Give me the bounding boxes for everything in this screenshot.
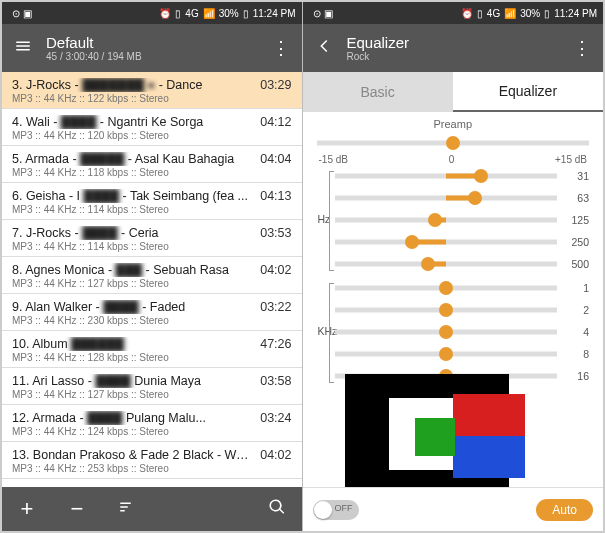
track-row[interactable]: 6. Geisha - I ████ - Tak Seimbang (fea .… bbox=[2, 183, 302, 220]
band-label: 4 bbox=[563, 326, 589, 338]
band-label: 125 bbox=[563, 214, 589, 226]
track-row[interactable]: 8. Agnes Monica - ███ - Sebuah Rasa04:02… bbox=[2, 257, 302, 294]
network-icon: 4G bbox=[487, 8, 500, 19]
battery-icon: ▯ bbox=[544, 8, 550, 19]
status-bar: ⊙ ▣ ⏰ ▯ 4G 📶 30% ▯ 11:24 PM bbox=[303, 2, 604, 24]
battery-text: 30% bbox=[219, 8, 239, 19]
khz-bracket bbox=[329, 283, 334, 383]
band-label: 500 bbox=[563, 258, 589, 270]
track-row[interactable]: 10. Album ██████47:26MP3 :: 44 KHz :: 12… bbox=[2, 331, 302, 368]
preamp-slider[interactable] bbox=[317, 132, 590, 154]
sim-icon: ▯ bbox=[477, 8, 483, 19]
eq-band[interactable]: 125 bbox=[335, 209, 590, 231]
eq-band[interactable]: 1 bbox=[335, 277, 590, 299]
sim-icon: ▯ bbox=[175, 8, 181, 19]
whatsapp-icon: ⊙ bbox=[313, 8, 321, 19]
eq-toolbar: OFF Auto bbox=[303, 487, 604, 531]
alarm-icon: ⏰ bbox=[159, 8, 171, 19]
tab-equalizer[interactable]: Equalizer bbox=[453, 72, 603, 112]
network-icon: 4G bbox=[185, 8, 198, 19]
scale-max: +15 dB bbox=[555, 154, 587, 165]
preamp-label: Preamp bbox=[317, 118, 590, 130]
clock-text: 11:24 PM bbox=[554, 8, 597, 19]
track-row[interactable]: 13. Bondan Prakoso & Fade 2 Black - Wakt… bbox=[2, 442, 302, 479]
track-row[interactable]: 9. Alan Walker - ████ - Faded03:22MP3 ::… bbox=[2, 294, 302, 331]
eq-band[interactable]: 31 bbox=[335, 165, 590, 187]
remove-button[interactable]: − bbox=[52, 496, 102, 522]
eq-band[interactable]: 2 bbox=[335, 299, 590, 321]
equalizer-header: Equalizer Rock ⋮ bbox=[303, 24, 604, 72]
whatsapp-icon: ⊙ bbox=[12, 8, 20, 19]
clock-text: 11:24 PM bbox=[253, 8, 296, 19]
eq-band[interactable]: 250 bbox=[335, 231, 590, 253]
track-row[interactable]: 14. Prilly Latuconsina - Katakan Cinta (… bbox=[2, 479, 302, 487]
eq-tabs: Basic Equalizer bbox=[303, 72, 604, 112]
back-icon[interactable] bbox=[313, 37, 335, 60]
track-row[interactable]: 7. J-Rocks - ████ - Ceria03:53MP3 :: 44 … bbox=[2, 220, 302, 257]
track-row[interactable]: 3. J-Rocks - ███████ ● - Dance03:29MP3 :… bbox=[2, 72, 302, 109]
equalizer-pane: ⊙ ▣ ⏰ ▯ 4G 📶 30% ▯ 11:24 PM Equalizer Ro… bbox=[303, 2, 604, 531]
signal-icon: 📶 bbox=[203, 8, 215, 19]
eq-title: Equalizer bbox=[347, 34, 560, 51]
add-button[interactable]: + bbox=[2, 496, 52, 522]
track-row[interactable]: 5. Armada - █████ - Asal Kau Bahagia04:0… bbox=[2, 146, 302, 183]
tab-basic[interactable]: Basic bbox=[303, 72, 453, 112]
battery-icon: ▯ bbox=[243, 8, 249, 19]
band-label: 2 bbox=[563, 304, 589, 316]
track-row[interactable]: 12. Armada - ████ Pulang Malu...03:24MP3… bbox=[2, 405, 302, 442]
alarm-icon: ⏰ bbox=[461, 8, 473, 19]
signal-icon: 📶 bbox=[504, 8, 516, 19]
band-label: 16 bbox=[563, 370, 589, 382]
track-row[interactable]: 11. Ari Lasso - ████ Dunia Maya03:58MP3 … bbox=[2, 368, 302, 405]
eq-subtitle: Rock bbox=[347, 51, 560, 62]
scale-row: -15 dB 0 +15 dB bbox=[317, 154, 590, 165]
band-label: 250 bbox=[563, 236, 589, 248]
more-icon[interactable]: ⋮ bbox=[571, 37, 593, 59]
auto-button[interactable]: Auto bbox=[536, 499, 593, 521]
hz-bracket bbox=[329, 171, 334, 271]
eq-band[interactable]: 500 bbox=[335, 253, 590, 275]
notif-icon: ▣ bbox=[23, 8, 32, 19]
search-button[interactable] bbox=[252, 496, 302, 522]
eq-band[interactable]: 8 bbox=[335, 343, 590, 365]
sort-button[interactable] bbox=[102, 496, 152, 522]
band-label: 1 bbox=[563, 282, 589, 294]
scale-mid: 0 bbox=[449, 154, 455, 165]
watermark-logo: blogfacebookemail.blogspot.com bbox=[345, 374, 555, 487]
eq-band[interactable]: 4 bbox=[335, 321, 590, 343]
playlist-header: Default 45 / 3:00:40 / 194 MB ⋮ bbox=[2, 24, 302, 72]
playlist-subtitle: 45 / 3:00:40 / 194 MB bbox=[46, 51, 258, 62]
menu-icon[interactable] bbox=[12, 37, 34, 60]
band-label: 8 bbox=[563, 348, 589, 360]
playlist-pane: ⊙ ▣ ⏰ ▯ 4G 📶 30% ▯ 11:24 PM Default 45 /… bbox=[2, 2, 303, 531]
track-row[interactable]: 4. Wali - ████ - Ngantri Ke Sorga04:12MP… bbox=[2, 109, 302, 146]
notif-icon: ▣ bbox=[324, 8, 333, 19]
playlist-toolbar: + − bbox=[2, 487, 302, 531]
eq-body: Preamp -15 dB 0 +15 dB Hz 3163125250500 … bbox=[303, 112, 604, 487]
status-bar: ⊙ ▣ ⏰ ▯ 4G 📶 30% ▯ 11:24 PM bbox=[2, 2, 302, 24]
battery-text: 30% bbox=[520, 8, 540, 19]
track-list[interactable]: 3. J-Rocks - ███████ ● - Dance03:29MP3 :… bbox=[2, 72, 302, 487]
more-icon[interactable]: ⋮ bbox=[270, 37, 292, 59]
eq-toggle[interactable]: OFF bbox=[313, 500, 359, 520]
playlist-title: Default bbox=[46, 34, 258, 51]
toggle-label: OFF bbox=[335, 503, 353, 513]
band-label: 63 bbox=[563, 192, 589, 204]
eq-band[interactable]: 63 bbox=[335, 187, 590, 209]
band-label: 31 bbox=[563, 170, 589, 182]
scale-min: -15 dB bbox=[319, 154, 348, 165]
